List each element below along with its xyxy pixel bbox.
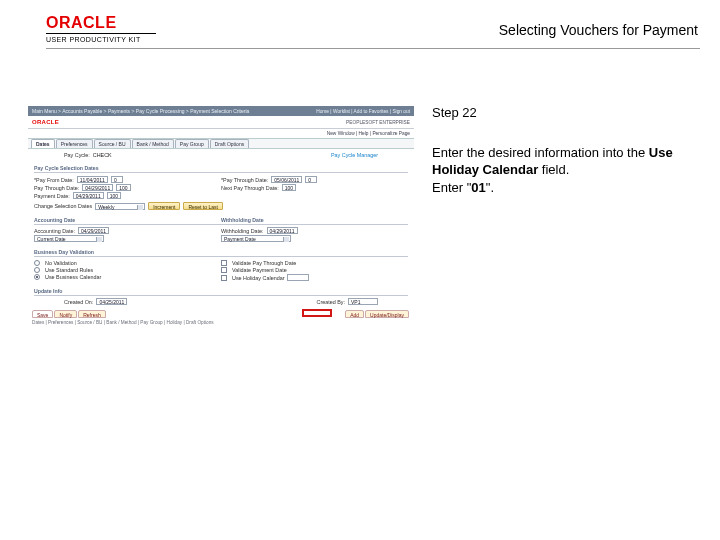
refresh-button[interactable]: Refresh bbox=[78, 310, 106, 318]
app-breadcrumb-bar: Main Menu > Accounts Payable > Payments … bbox=[28, 106, 414, 116]
pay-from-label: *Pay From Date: bbox=[34, 177, 74, 183]
validate-payment-date-label: Validate Payment Date bbox=[232, 267, 287, 273]
tab-draft-options[interactable]: Draft Options bbox=[210, 139, 249, 148]
action-buttons: Save Notify Refresh Add Update/Display bbox=[28, 310, 414, 318]
pay-through-input[interactable]: 04/29/2011 bbox=[82, 184, 113, 191]
tab-bank-method[interactable]: Bank / Method bbox=[132, 139, 174, 148]
app-product-name: PEOPLESOFT ENTERPRISE bbox=[346, 120, 410, 125]
pay-from-offset[interactable]: 0 bbox=[111, 176, 123, 183]
radio-business-calendar[interactable] bbox=[34, 274, 40, 280]
req-pay-through-offset[interactable]: 0 bbox=[305, 176, 317, 183]
business-calendar-label: Use Business Calendar bbox=[45, 274, 101, 280]
paycycle-manager-link[interactable]: Pay Cycle Manager bbox=[331, 152, 378, 158]
page-header: ORACLE USER PRODUCTIVITY KIT Selecting V… bbox=[46, 14, 700, 48]
instruction-line1-prefix: Enter the desired information into the bbox=[432, 145, 649, 160]
validate-pay-through-label: Validate Pay Through Date bbox=[232, 260, 296, 266]
standard-rules-label: Use Standard Rules bbox=[45, 267, 93, 273]
instruction-text: Enter the desired information into the U… bbox=[432, 144, 682, 179]
header-rule bbox=[46, 48, 700, 49]
app-oracle-logo: ORACLE bbox=[32, 119, 59, 125]
group-selection-dates: Pay Cycle Selection Dates bbox=[34, 165, 408, 173]
app-title-bar: ORACLE PEOPLESOFT ENTERPRISE bbox=[28, 116, 414, 128]
withholding-date-input[interactable]: 04/29/2011 bbox=[267, 227, 298, 234]
paycycle-value: CHECK bbox=[93, 152, 112, 158]
paycycle-label: Pay Cycle: bbox=[64, 152, 90, 158]
app-screenshot: Main Menu > Accounts Payable > Payments … bbox=[28, 106, 414, 386]
oracle-logo: ORACLE USER PRODUCTIVITY KIT bbox=[46, 14, 156, 43]
radio-standard-rules[interactable] bbox=[34, 267, 40, 273]
global-links[interactable]: Home | Worklist | Add to Favorites | Sig… bbox=[316, 109, 410, 114]
radio-no-validation[interactable] bbox=[34, 260, 40, 266]
payment-date-label: Payment Date: bbox=[34, 193, 70, 199]
instruction-panel: Step 22 Enter the desired information in… bbox=[432, 104, 682, 196]
tab-dates[interactable]: Dates bbox=[31, 139, 55, 148]
group-withholding-date: Withholding Date bbox=[221, 217, 408, 225]
checkbox-holiday-calendar[interactable] bbox=[221, 275, 227, 281]
no-validation-label: No Validation bbox=[45, 260, 77, 266]
upk-subtitle: USER PRODUCTIVITY KIT bbox=[46, 33, 156, 43]
instruction-line2-prefix: Enter " bbox=[432, 180, 471, 195]
tab-source-bu[interactable]: Source / BU bbox=[94, 139, 131, 148]
pay-from-input[interactable]: 11/04/2011 bbox=[77, 176, 108, 183]
pay-through-label: Pay Through Date: bbox=[34, 185, 79, 191]
breadcrumb: Main Menu > Accounts Payable > Payments … bbox=[32, 108, 249, 114]
window-links[interactable]: New Window | Help | Personalize Page bbox=[28, 129, 414, 138]
checkbox-validate-pay-through[interactable] bbox=[221, 260, 227, 266]
accounting-date-input[interactable]: 04/29/2011 bbox=[78, 227, 109, 234]
instruction-line1-suffix: field. bbox=[538, 162, 569, 177]
oracle-wordmark: ORACLE bbox=[46, 14, 156, 32]
req-pay-through-label: *Pay Through Date: bbox=[221, 177, 268, 183]
section-business-day: Business Day Validation No Validation Us… bbox=[28, 245, 414, 284]
change-dates-label: Change Selection Dates bbox=[34, 203, 92, 209]
holiday-calendar-input[interactable] bbox=[287, 274, 309, 281]
payment-date-offset[interactable]: 100 bbox=[107, 192, 121, 199]
next-pay-through-offset[interactable]: 100 bbox=[282, 184, 296, 191]
group-business-day: Business Day Validation bbox=[34, 249, 408, 257]
accounting-date-label: Accounting Date: bbox=[34, 228, 75, 234]
notify-button[interactable]: Notify bbox=[54, 310, 77, 318]
save-button[interactable]: Save bbox=[32, 310, 53, 318]
withholding-basis-select[interactable]: Payment Date bbox=[221, 235, 291, 242]
step-label: Step 22 bbox=[432, 104, 682, 122]
next-pay-through-label: Next Pay Through Date: bbox=[221, 185, 279, 191]
section-selection-dates: Pay Cycle Selection Dates *Pay From Date… bbox=[28, 161, 414, 213]
created-by-value: VP1 bbox=[348, 298, 378, 305]
reset-button[interactable]: Reset to Last bbox=[183, 202, 222, 210]
holiday-calendar-label: Use Holiday Calendar bbox=[232, 275, 284, 281]
instruction-value: 01 bbox=[471, 180, 485, 195]
bottom-tab-links[interactable]: Dates | Preferences | Source / BU | Bank… bbox=[28, 318, 414, 325]
section-paycycle: Pay Cycle: CHECK Pay Cycle Manager bbox=[28, 149, 414, 161]
tab-pay-group[interactable]: Pay Group bbox=[175, 139, 209, 148]
created-on-label: Created On: bbox=[64, 299, 93, 305]
instruction-line2-suffix: ". bbox=[486, 180, 494, 195]
payment-date-input[interactable]: 04/29/2011 bbox=[73, 192, 104, 199]
increment-button[interactable]: Increment bbox=[148, 202, 180, 210]
page-title: Selecting Vouchers for Payment bbox=[499, 22, 698, 38]
req-pay-through-input[interactable]: 05/06/2011 bbox=[271, 176, 302, 183]
instruction-value-line: Enter "01". bbox=[432, 179, 682, 197]
group-accounting-date: Accounting Date bbox=[34, 217, 221, 225]
created-on-value: 04/25/2011 bbox=[96, 298, 127, 305]
created-by-label: Created By: bbox=[317, 299, 345, 305]
section-update-info: Update Info Created On: 04/25/2011 Creat… bbox=[28, 284, 414, 308]
section-acct-with: Accounting Date Accounting Date: 04/29/2… bbox=[28, 213, 414, 245]
accounting-basis-select[interactable]: Current Date bbox=[34, 235, 104, 242]
tab-preferences[interactable]: Preferences bbox=[56, 139, 93, 148]
checkbox-validate-payment-date[interactable] bbox=[221, 267, 227, 273]
withholding-date-label: Withholding Date: bbox=[221, 228, 264, 234]
group-update-info: Update Info bbox=[34, 288, 408, 296]
pay-through-offset[interactable]: 100 bbox=[116, 184, 130, 191]
update-display-button[interactable]: Update/Display bbox=[365, 310, 409, 318]
change-dates-select[interactable]: Weekly bbox=[95, 203, 145, 210]
add-button[interactable]: Add bbox=[345, 310, 364, 318]
page-tabs: Dates Preferences Source / BU Bank / Met… bbox=[28, 138, 414, 149]
